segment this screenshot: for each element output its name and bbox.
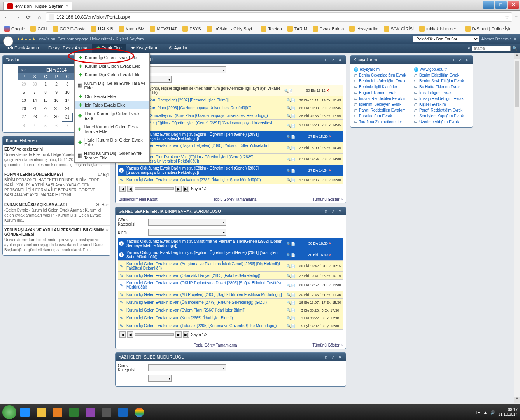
row-text[interactable]: Kurum İçi Gelen Evrakınız Var. (Otomatik…	[125, 272, 285, 279]
calendar-day[interactable]: 24	[62, 105, 73, 113]
calendar-day[interactable]: 2	[51, 80, 62, 88]
shortcut-link[interactable]: 🏷Bugün Eklenen Evrak	[354, 91, 409, 95]
calendar-day[interactable]: 27	[18, 113, 29, 122]
shortcut-link[interactable]: 🏷Parafı Reddedilen Evrakım	[354, 108, 409, 112]
grid-row[interactable]: rakınız Var. (Kurs Planı [2903] [Gaziosm…	[118, 104, 343, 112]
unit-select[interactable]: ▾	[148, 229, 226, 236]
panel-close-icon[interactable]: ✕	[464, 57, 469, 63]
magnify-icon[interactable]	[287, 264, 291, 268]
magnify-icon[interactable]	[287, 308, 291, 312]
dropdown-item[interactable]: ✚Kurum Dışı Giden Evrak Ekle	[75, 62, 149, 70]
bookmark-item[interactable]: EBYS	[180, 25, 203, 33]
start-button[interactable]	[2, 405, 16, 419]
row-text[interactable]: Kurum İçi Gelen Evrakınız Var. (Araştırm…	[125, 261, 285, 271]
row-actions[interactable]	[285, 114, 297, 118]
edit-icon[interactable]	[120, 316, 123, 320]
row-icon[interactable]	[118, 300, 125, 304]
search-icon[interactable]: 🔍	[512, 46, 518, 51]
edit-icon[interactable]	[120, 292, 123, 297]
shortcut-link[interactable]: 🏷İmzaladığım Evrak	[414, 91, 469, 95]
calendar-day[interactable]: 28	[29, 113, 40, 122]
close-notifications-link[interactable]: Bilgilendirmeleri Kapat	[119, 197, 158, 201]
news-item[interactable]: EVRAK MENÜSÜ AÇIKLAMALARI30 Haz-Gelen Ev…	[3, 200, 110, 226]
document-icon[interactable]	[291, 292, 295, 297]
calendar-day[interactable]: 29	[40, 113, 51, 122]
calendar-day[interactable]: 7	[62, 122, 73, 130]
edit-icon[interactable]	[120, 308, 123, 312]
row-text[interactable]: Kurum İçi Gelen Evrakınız Var. (ÖKÜP Top…	[125, 280, 285, 290]
row-actions[interactable]	[285, 146, 297, 150]
calendar-day[interactable]: 10	[62, 88, 73, 96]
taskbar-clock[interactable]: 08:17 31.10.2014	[498, 408, 518, 417]
grid-row[interactable]: iYazmış Olduğunuz Evrak Dağıtılmıştır. (…	[118, 249, 343, 261]
row-icon[interactable]	[118, 273, 125, 278]
pager-first-icon[interactable]: |◀	[119, 331, 126, 338]
department-select[interactable]: Rektörlük - Brm.Evr.Sor.	[413, 36, 479, 42]
scroll-thumb[interactable]	[515, 61, 519, 107]
pager-prev-icon[interactable]: ◀	[127, 186, 133, 192]
grid-row[interactable]: iYazmış Olduğunuz Evrak Dağıtılmıştır. (…	[118, 131, 343, 142]
delete-icon[interactable]: ✕	[329, 253, 332, 257]
document-icon[interactable]	[291, 114, 295, 118]
panel-settings-icon[interactable]: ⚙	[323, 208, 329, 214]
grid-row[interactable]: iYazmış Olduğunuz Evrak Dağıtılmıştır. (…	[118, 165, 343, 176]
app-search-input[interactable]	[472, 46, 511, 51]
shortcut-link[interactable]: 🏷Bu Hafta Eklenen Evrak	[414, 85, 469, 89]
edit-icon[interactable]	[120, 273, 123, 278]
bookmark-item[interactable]: TARIM	[285, 25, 309, 33]
row-actions[interactable]	[285, 300, 297, 304]
tray-network-icon[interactable]: 🔊	[490, 410, 495, 415]
panel-settings-icon[interactable]: ⚙	[450, 57, 455, 63]
dropdown-item[interactable]: ▦Harici Kurum Dışı Giden Evrak Tara ve E…	[75, 149, 149, 162]
grid-row[interactable]: Kurum İçi Gelen Evrakınız Var. (Vekalete…	[118, 176, 343, 184]
row-actions[interactable]	[285, 324, 297, 328]
row-actions[interactable]	[285, 316, 297, 320]
calendar-day[interactable]: 30	[51, 113, 62, 122]
grid-row[interactable]: Kurum İçi Gelen Evrakınız Var. (Otomatik…	[118, 272, 343, 280]
back-button[interactable]: ←	[2, 13, 11, 21]
row-actions[interactable]	[285, 308, 297, 312]
row-actions[interactable]	[285, 157, 297, 161]
menu-settings[interactable]: ⚙Ayarlar	[164, 44, 192, 53]
calendar-day[interactable]: 5	[40, 122, 51, 130]
browser-tab[interactable]: enVision - Kişisel Sayfam ×	[3, 2, 72, 10]
row-actions[interactable]	[285, 292, 297, 297]
magnify-icon[interactable]	[287, 114, 291, 118]
grid-row[interactable]: Kurum İçi Gelen Evrakınız Var. (Başarı B…	[118, 142, 343, 154]
calendar-day[interactable]: 14	[29, 96, 40, 105]
scroll-up-icon[interactable]: ▲	[514, 53, 520, 59]
calendar-day[interactable]: 8	[40, 88, 51, 96]
shortcut-link[interactable]: 🏷Son İşlem Yaptığım Evrak	[414, 114, 469, 118]
shortcut-link[interactable]: 🌐ebysyardim	[354, 67, 409, 72]
row-actions[interactable]	[283, 89, 294, 93]
row-text[interactable]: Kurum İçi Gelen Evrakınız Var. (Vekalete…	[125, 177, 285, 183]
user-name[interactable]: Ahmet Özdemir	[481, 37, 511, 41]
bookmark-item[interactable]: GOP E-Posta	[51, 25, 88, 33]
grid-row[interactable]: rakınız Var. (Soru Önergeleri) [2907] [P…	[118, 96, 343, 104]
grid-row[interactable]: Kurum İçi Gelen Evrakınız Var. (Araştırm…	[118, 261, 343, 272]
menu-add-document[interactable]: ✚Evrak Ekle	[92, 44, 126, 53]
magnify-icon[interactable]	[287, 253, 291, 257]
dropdown-item[interactable]: ✚Olur Evrakı Ekle	[75, 92, 149, 101]
row-icon[interactable]	[118, 264, 125, 268]
calendar-day[interactable]: 6	[51, 122, 62, 130]
magnify-icon[interactable]	[287, 106, 291, 110]
bookmark-item[interactable]: HALK B	[89, 25, 115, 33]
shortcut-link[interactable]: 🏷Benim Eklediğim Evrak	[414, 73, 469, 77]
calendar-day[interactable]: 30	[29, 80, 40, 88]
row-text[interactable]: Kurum İçi Gelen Evrakınız Var. (AB Proje…	[125, 291, 285, 298]
shortcut-link[interactable]: 🏷İşlemimi Bekleyen Evrak	[354, 102, 409, 107]
news-item[interactable]: FORM 4 LERİN GÖNDERİLMESİ17 EylBİRİM PER…	[3, 170, 110, 200]
panel-expand-icon[interactable]: ⤢	[330, 354, 336, 360]
magnify-icon[interactable]	[287, 242, 291, 246]
magnify-icon[interactable]	[287, 98, 291, 102]
bulk-complete-link[interactable]: Toplu Görev Tamamlama	[213, 197, 256, 201]
row-icon[interactable]: i	[118, 168, 125, 173]
vertical-scrollbar[interactable]: ▲ ▼	[514, 53, 520, 403]
row-actions[interactable]	[285, 242, 297, 246]
document-icon[interactable]	[291, 157, 295, 161]
document-icon[interactable]	[291, 98, 295, 102]
row-text[interactable]: Kurum İçi Gelen Evrakınız Var. (Ön İncel…	[125, 299, 285, 306]
row-text[interactable]: Yazmış Olduğunuz Evrak Dağıtılmıştır. (E…	[125, 249, 285, 260]
bookmark-item[interactable]: D-Smart | Online İşle...	[463, 25, 517, 33]
